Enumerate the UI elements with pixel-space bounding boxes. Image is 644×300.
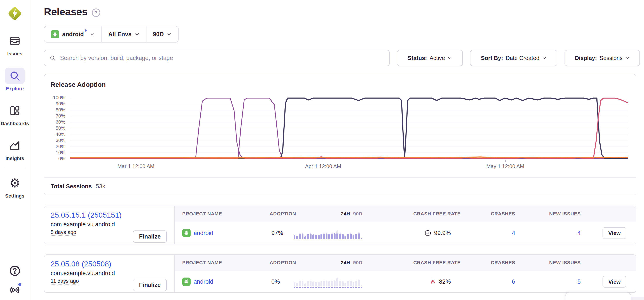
sidebar-label-explore: Explore: [6, 86, 24, 92]
date-range-filter[interactable]: 90D: [146, 26, 178, 42]
y-axis-label: 90%: [44, 101, 68, 107]
sidebar-label-insights: Insights: [6, 156, 24, 161]
col-adoption: ADOPTION: [270, 260, 294, 266]
page-filter-bar: android All Envs 90D: [44, 26, 178, 42]
release-age: 5 days ago: [51, 229, 76, 235]
sessions-sparkline: [294, 227, 362, 239]
search-icon: [50, 55, 56, 61]
y-axis-label: 10%: [44, 150, 68, 156]
sort-by-label: Sort By:: [481, 55, 503, 61]
y-axis-label: 80%: [44, 107, 68, 113]
y-axis-label: 60%: [44, 119, 68, 125]
toggle-24h[interactable]: 24H: [341, 260, 350, 265]
col-crashes: CRASHES: [460, 260, 515, 266]
search-input[interactable]: [60, 54, 384, 62]
sidebar-item-insights[interactable]: Insights: [5, 137, 25, 161]
crash-free-value: 82%: [439, 279, 451, 285]
adoption-value: 97%: [270, 230, 294, 237]
sentry-logo[interactable]: [6, 5, 23, 22]
fire-icon: [430, 278, 436, 285]
notification-dot: [85, 29, 87, 32]
chart-title: Release Adoption: [51, 81, 106, 88]
environment-filter[interactable]: All Envs: [101, 26, 146, 42]
chevron-down-icon: [542, 56, 546, 60]
release-package: com.example.vu.android: [51, 270, 174, 277]
toggle-90d[interactable]: 90D: [353, 260, 362, 265]
chevron-down-icon: [625, 56, 630, 60]
android-project-icon: [51, 30, 59, 38]
x-axis-label: Apr 1 12:00 AM: [290, 163, 356, 169]
y-axis-label: 50%: [44, 125, 68, 131]
search-row: Status: Active Sort By: Date Created Dis…: [44, 50, 640, 66]
environment-filter-label: All Envs: [108, 31, 132, 38]
sidebar-label-dashboards: Dashboards: [1, 121, 29, 127]
total-sessions-value: 53k: [96, 183, 106, 190]
toggle-24h[interactable]: 24H: [341, 211, 350, 216]
project-filter[interactable]: android: [44, 26, 101, 42]
check-circle-icon: [424, 230, 431, 237]
col-new-issues: NEW ISSUES: [515, 260, 581, 266]
x-axis-tick: [323, 159, 323, 162]
y-axis-label: 100%: [44, 95, 68, 101]
release-card: 25.05.08 (250508) com.example.vu.android…: [44, 254, 636, 293]
notification-dot: [18, 283, 22, 286]
view-button[interactable]: View: [602, 227, 626, 239]
release-project-row: android 0% 82% 6 5 View: [175, 271, 636, 292]
display-value: Sessions: [600, 55, 622, 61]
release-adoption-panel: Release Adoption 100%90%80%70%60%50%40%3…: [44, 74, 636, 195]
chevron-down-icon: [135, 32, 140, 37]
display-dropdown[interactable]: Display: Sessions: [564, 50, 640, 66]
toggle-90d[interactable]: 90D: [353, 211, 362, 216]
sessions-sparkline: [294, 276, 362, 288]
x-axis-tick: [505, 159, 506, 162]
android-project-icon: [182, 278, 190, 286]
y-axis-labels: 100%90%80%70%60%50%40%30%20%10%0%: [44, 95, 68, 162]
release-project-row: android 97% 99.9% 4 4 View: [175, 222, 636, 244]
y-axis-label: 30%: [44, 137, 68, 144]
page-title: Releases: [44, 6, 88, 18]
release-version-link[interactable]: 25.05.15.1 (2505151): [51, 211, 174, 219]
chevron-down-icon: [167, 32, 172, 37]
release-age: 11 days ago: [51, 278, 79, 284]
crash-free-rate: 82%: [362, 278, 460, 285]
view-button[interactable]: View: [602, 276, 626, 288]
finalize-button[interactable]: Finalize: [133, 230, 167, 243]
release-info: 25.05.15.1 (2505151) com.example.vu.andr…: [44, 206, 175, 244]
col-crashes: CRASHES: [460, 211, 515, 217]
release-package: com.example.vu.android: [51, 221, 174, 228]
total-sessions-row: Total Sessions 53k: [44, 177, 636, 195]
releases-page: Issues Explore Dashboards: [0, 0, 644, 300]
page-help-icon[interactable]: ?: [92, 8, 100, 17]
sort-by-dropdown[interactable]: Sort By: Date Created: [470, 50, 557, 66]
release-info: 25.05.08 (250508) com.example.vu.android…: [44, 255, 175, 292]
project-link[interactable]: android: [194, 230, 213, 237]
sidebar-item-issues[interactable]: Issues: [5, 33, 25, 57]
status-dropdown[interactable]: Status: Active: [397, 50, 463, 66]
chevron-down-icon: [448, 56, 452, 60]
crashes-link[interactable]: 6: [460, 279, 515, 285]
y-axis-label: 40%: [44, 131, 68, 137]
sidebar: Issues Explore Dashboards: [0, 0, 30, 300]
chevron-down-icon: [90, 32, 95, 37]
display-label: Display:: [575, 55, 597, 61]
x-axis-label: Mar 1 12:00 AM: [103, 163, 169, 169]
sidebar-item-explore[interactable]: Explore: [5, 68, 25, 92]
sentry-logo-icon: [6, 5, 23, 22]
floating-widget-pill[interactable]: [565, 292, 631, 300]
release-adoption-chart: [70, 97, 628, 159]
broadcast-icon[interactable]: [8, 283, 22, 297]
project-filter-label: android: [62, 31, 84, 38]
new-issues-link[interactable]: 4: [515, 230, 581, 237]
help-icon[interactable]: [8, 264, 22, 278]
release-version-link[interactable]: 25.05.08 (250508): [51, 260, 174, 268]
crashes-link[interactable]: 4: [460, 230, 515, 237]
sidebar-item-settings[interactable]: ⚙ Settings: [5, 175, 25, 199]
project-link[interactable]: android: [194, 279, 213, 285]
finalize-button[interactable]: Finalize: [133, 279, 167, 291]
crash-free-rate: 99.9%: [362, 230, 460, 237]
date-range-filter-label: 90D: [153, 31, 164, 38]
search-box: [44, 50, 390, 66]
status-label: Status:: [408, 55, 427, 61]
new-issues-link[interactable]: 5: [515, 279, 581, 285]
sidebar-item-dashboards[interactable]: Dashboards: [1, 103, 29, 127]
